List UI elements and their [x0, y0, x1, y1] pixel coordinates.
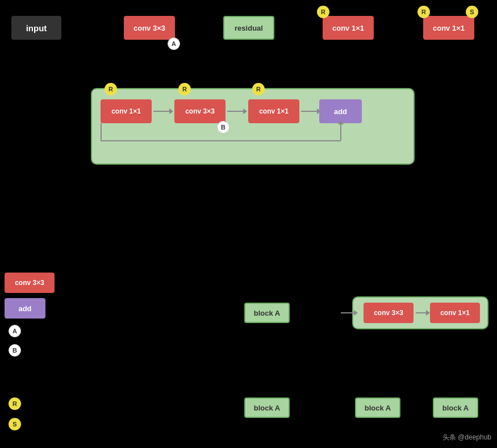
legend-add: add [5, 298, 45, 319]
input-box: input [11, 16, 61, 40]
badge-a-top: A [168, 37, 180, 50]
badge-s-top: S [466, 6, 478, 18]
badge-r-legend: R [9, 397, 21, 410]
arrow-block1 [416, 312, 427, 313]
network-diagram-container: R conv 1×1 R conv 3×3 B R conv 1×1 add [91, 88, 415, 165]
conv1x1-top-right-box: conv 1×1 [423, 16, 474, 40]
arrow-into-net1 [341, 312, 355, 313]
badge-r-m3: R [252, 83, 265, 95]
block-a-net-1: conv 3×3 conv 1×1 [352, 296, 488, 329]
badge-r-top1: R [317, 6, 329, 18]
legend-conv3x3: conv 3×3 [5, 273, 55, 293]
badge-a-legend: A [9, 325, 21, 337]
skip-v2 [340, 123, 341, 140]
conv1x1-top-box: conv 1×1 [323, 16, 374, 40]
skip-v1 [101, 123, 102, 140]
block-a-label-2: block A [244, 397, 290, 418]
badge-r-top2: R [417, 6, 430, 18]
arrow-m2 [227, 111, 244, 112]
badge-s-legend: S [9, 418, 21, 430]
badge-b-legend: B [9, 344, 21, 357]
block-conv1x1-1: conv 1×1 [430, 303, 480, 323]
badge-r-m1: R [105, 83, 117, 95]
arrow-m3 [301, 111, 318, 112]
conv1x1-m3: conv 1×1 [248, 99, 299, 123]
block-a-label-1: block A [244, 303, 290, 323]
badge-r-m2: R [178, 83, 191, 95]
skip-h1 [101, 140, 341, 141]
badge-b-m: B [217, 121, 229, 133]
residual-box: residual [223, 16, 274, 40]
block-a-right-1: block A [355, 397, 400, 418]
conv1x1-m1: conv 1×1 [101, 99, 152, 123]
arrow-m1 [153, 111, 170, 112]
conv3x3-top-box: conv 3×3 [124, 16, 175, 40]
block-a-right-2: block A [433, 397, 478, 418]
block-conv3x3-1: conv 3×3 [364, 303, 414, 323]
add-box-m: add [319, 99, 362, 123]
conv3x3-m: conv 3×3 [174, 99, 225, 123]
watermark: 头条 @deephub [442, 433, 491, 442]
